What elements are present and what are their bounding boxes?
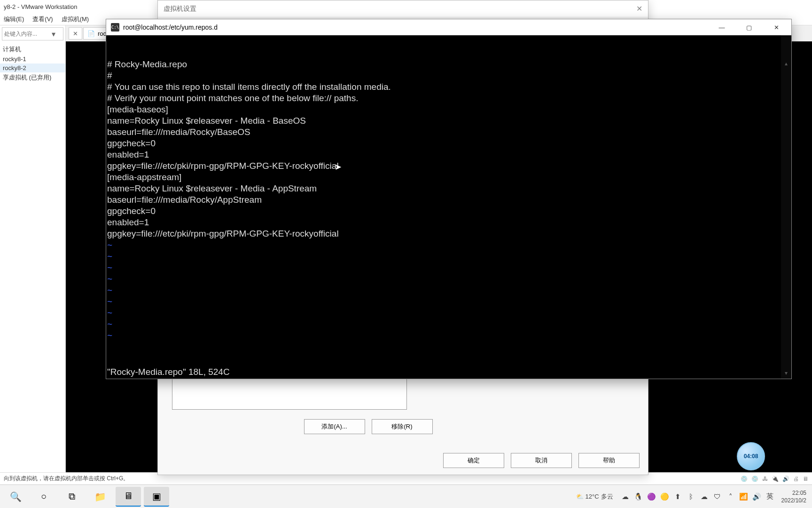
menu-edit[interactable]: 编辑(E) (4, 15, 24, 24)
sound-icon: 🔊 (782, 476, 789, 482)
tree-item-deprecated[interactable]: 享虚拟机 (已弃用) (0, 72, 65, 83)
terminal-line: gpgcheck=0 (106, 138, 791, 149)
windows-taskbar: 🔍 ○ ⧉ 📁 🖥 ▣ ⛅ 12°C 多云 ☁ 🐧 🟣 🟡 ⬆ ᛒ ☁ 🛡 ˄ … (0, 484, 812, 508)
terminal-body[interactable]: # Rocky-Media.repo## You can use this re… (106, 35, 791, 379)
tree-item-rocky82[interactable]: rocky8-2 (0, 64, 65, 72)
terminal-line: baseurl=file:///media/Rocky/BaseOS (106, 127, 791, 138)
terminal-line: gpgkey=file:///etc/pki/rpm-gpg/RPM-GPG-K… (106, 228, 791, 239)
taskview-button[interactable]: ⧉ (59, 487, 85, 507)
printer-icon: 🖨 (793, 476, 799, 482)
network-icon: 🖧 (762, 476, 768, 482)
chevron-up-icon[interactable]: ˄ (726, 492, 735, 501)
wifi-icon[interactable]: 📶 (739, 492, 749, 501)
tray-icon[interactable]: 🐧 (634, 492, 643, 501)
scroll-down-icon[interactable]: ▾ (781, 367, 791, 379)
dialog-title: 虚拟机设置 (164, 5, 196, 13)
sidebar-search[interactable]: ▾ (2, 27, 63, 40)
dialog-button-row: 添加(A)... 移除(R) (172, 419, 564, 434)
status-icons: 💿 💿 🖧 🔌 🔊 🖨 🖥 (741, 476, 808, 482)
weather-desc: 多云 (601, 492, 613, 501)
timer-badge: 04:08 (737, 442, 765, 470)
weather-temp: 12°C (586, 493, 599, 500)
ime-indicator[interactable]: 英 (765, 492, 775, 501)
close-button[interactable]: ✕ (763, 19, 789, 35)
vmware-sidebar: ▾ 计算机 rocky8-1 rocky8-2 享虚拟机 (已弃用) (0, 25, 66, 484)
menu-vm[interactable]: 虚拟机(M) (62, 15, 89, 24)
menu-view[interactable]: 查看(V) (32, 15, 53, 24)
cursor-icon: ➤ (335, 161, 342, 173)
onedrive-icon[interactable]: ☁ (700, 492, 709, 501)
tray-icon[interactable]: ⬆ (673, 492, 683, 501)
terminal-taskbar-button[interactable]: ▣ (144, 487, 169, 507)
clock-time: 22:05 (781, 489, 806, 497)
terminal-line: ~ (106, 330, 791, 341)
security-icon[interactable]: 🛡 (713, 492, 722, 500)
weather-widget[interactable]: ⛅ 12°C 多云 (576, 492, 613, 501)
file-icon: 📄 (87, 30, 95, 37)
maximize-button[interactable]: ▢ (736, 19, 762, 35)
remove-button[interactable]: 移除(R) (372, 419, 433, 434)
terminal-titlebar[interactable]: C:\ root@localhost:/etc/yum.repos.d — ▢ … (106, 19, 791, 35)
terminal-title: root@localhost:/etc/yum.repos.d (123, 24, 218, 31)
vmware-taskbar-button[interactable]: 🖥 (116, 487, 141, 507)
dialog-titlebar: 虚拟机设置 ✕ (158, 0, 648, 17)
terminal-scrollbar[interactable]: ▴ ▾ (781, 35, 791, 379)
vm-tab[interactable]: ✕ (69, 27, 82, 40)
tray-icon[interactable]: 🟡 (660, 492, 670, 501)
terminal-line: ~ (106, 251, 791, 262)
terminal-line: ~ (106, 296, 791, 307)
tree-item-computer[interactable]: 计算机 (0, 44, 65, 55)
terminal-line: # (106, 70, 791, 81)
taskbar-clock[interactable]: 22:05 2022/10/2 (779, 489, 809, 504)
terminal-line: ~ (106, 318, 791, 330)
ok-button[interactable]: 确定 (443, 453, 504, 468)
minimize-button[interactable]: — (709, 19, 735, 35)
terminal-line: gpgcheck=0 (106, 206, 791, 217)
terminal-line: [media-appstream] (106, 172, 791, 183)
status-text: 向到该虚拟机，请在虚拟机内部单击或按 Ctrl+G。 (4, 475, 129, 483)
clock-date: 2022/10/2 (781, 497, 806, 504)
terminal-line: name=Rocky Linux $releasever - Media - A… (106, 183, 791, 194)
weather-icon: ⛅ (576, 493, 584, 500)
terminal-line: baseurl=file:///media/Rocky/AppStream (106, 194, 791, 206)
scroll-up-icon[interactable]: ▴ (781, 58, 791, 69)
cortana-button[interactable]: ○ (31, 487, 56, 507)
close-icon[interactable]: ✕ (636, 4, 642, 13)
tray-icon[interactable]: ☁ (621, 492, 630, 501)
disk-icon: 💿 (741, 476, 748, 482)
terminal-icon: C:\ (111, 23, 119, 32)
terminal-line: enabled=1 (106, 217, 791, 228)
cancel-button[interactable]: 取消 (511, 453, 572, 468)
chevron-down-icon[interactable]: ▾ (49, 30, 58, 39)
terminal-line: ~ (106, 285, 791, 296)
terminal-line: ~ (106, 262, 791, 273)
dialog-bottom-buttons: 确定 取消 帮助 (443, 453, 640, 468)
usb-icon: 🔌 (772, 476, 779, 482)
tree-item-rocky81[interactable]: rocky8-1 (0, 55, 65, 64)
bluetooth-icon[interactable]: ᛒ (687, 492, 696, 500)
sidebar-tree: 计算机 rocky8-1 rocky8-2 享虚拟机 (已弃用) (0, 42, 65, 85)
terminal-line: name=Rocky Linux $releasever - Media - B… (106, 115, 791, 127)
terminal-line: enabled=1 (106, 149, 791, 160)
search-button[interactable]: 🔍 (3, 487, 28, 507)
close-icon[interactable]: ✕ (73, 30, 78, 37)
add-button[interactable]: 添加(A)... (304, 419, 365, 434)
explorer-button[interactable]: 📁 (87, 487, 113, 507)
terminal-line: gpgkey=file:///etc/pki/rpm-gpg/RPM-GPG-K… (106, 160, 791, 172)
display-icon: 🖥 (803, 476, 808, 482)
disk-icon: 💿 (751, 476, 758, 482)
terminal-window: C:\ root@localhost:/etc/yum.repos.d — ▢ … (106, 19, 792, 379)
terminal-line: ~ (106, 239, 791, 251)
terminal-line: [media-baseos] (106, 104, 791, 115)
terminal-line: ~ (106, 273, 791, 285)
volume-icon[interactable]: 🔊 (752, 492, 762, 501)
terminal-line: ~ (106, 307, 791, 318)
vmware-title: y8-2 - VMware Workstation (4, 3, 78, 10)
tray-icon[interactable]: 🟣 (647, 492, 656, 501)
sidebar-search-input[interactable] (2, 31, 49, 37)
terminal-line: # Rocky-Media.repo (106, 59, 791, 70)
help-button[interactable]: 帮助 (578, 453, 640, 468)
vim-status-line: "Rocky-Media.repo" 18L, 524C (106, 366, 231, 378)
terminal-line: # Verify your mount point matches one of… (106, 93, 791, 104)
terminal-line: # You can use this repo to install items… (106, 81, 791, 93)
